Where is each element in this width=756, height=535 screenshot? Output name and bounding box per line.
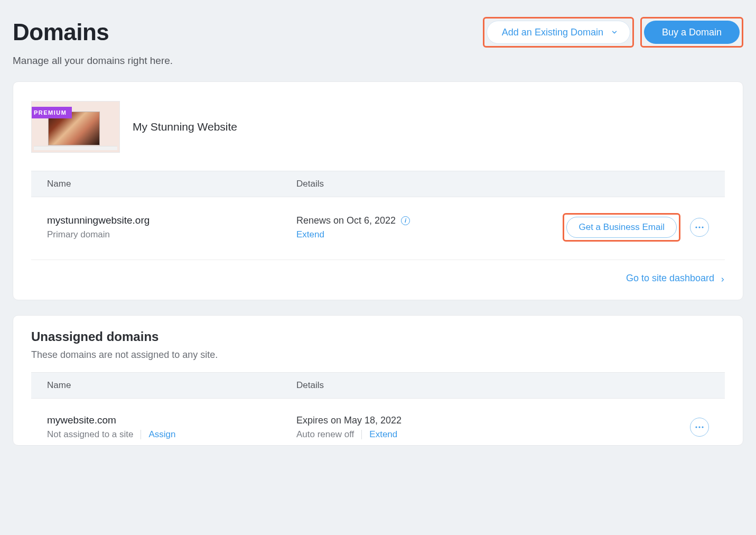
page-title: Domains: [13, 19, 173, 45]
more-actions-button[interactable]: [690, 418, 709, 437]
svg-point-2: [702, 226, 703, 228]
add-existing-domain-button[interactable]: Add an Existing Domain: [487, 21, 630, 44]
svg-point-3: [695, 426, 697, 428]
column-details: Details: [296, 380, 709, 391]
go-to-dashboard-link[interactable]: Go to site dashboard: [626, 273, 725, 284]
highlight-add-existing: Add an Existing Domain: [483, 17, 634, 48]
unassigned-subtitle: These domains are not assigned to any si…: [13, 344, 743, 361]
unassigned-table-header: Name Details: [31, 372, 725, 399]
extend-link[interactable]: Extend: [296, 229, 324, 240]
buy-domain-button[interactable]: Buy a Domain: [644, 21, 740, 44]
go-to-dashboard-label: Go to site dashboard: [626, 273, 714, 284]
info-icon[interactable]: i: [401, 216, 410, 225]
divider: [141, 430, 141, 439]
site-name: My Stunning Website: [133, 121, 237, 133]
highlight-business-email: Get a Business Email: [563, 213, 680, 242]
extend-link[interactable]: Extend: [369, 429, 397, 440]
domains-table-header: Name Details: [31, 171, 725, 197]
domain-sub-label: Not assigned to a site: [47, 429, 133, 440]
site-thumbnail: PREMIUM: [31, 101, 120, 153]
unassigned-title: Unassigned domains: [13, 316, 743, 344]
table-row: mystunningwebsite.org Primary domain Ren…: [31, 197, 725, 260]
divider: [361, 430, 362, 439]
svg-point-0: [695, 226, 697, 228]
svg-point-5: [702, 426, 703, 428]
svg-point-4: [698, 426, 700, 428]
column-name: Name: [47, 380, 296, 391]
table-row: mywebsite.com Not assigned to a site Ass…: [31, 399, 725, 445]
ellipsis-icon: [695, 426, 704, 429]
page-subtitle: Manage all your domains right here.: [13, 55, 173, 67]
column-name: Name: [47, 179, 296, 189]
premium-badge: PREMIUM: [31, 107, 72, 118]
assign-link[interactable]: Assign: [148, 429, 175, 440]
buy-domain-label: Buy a Domain: [662, 27, 722, 38]
get-business-email-button[interactable]: Get a Business Email: [566, 217, 677, 238]
svg-point-1: [698, 226, 700, 228]
get-business-email-label: Get a Business Email: [578, 222, 665, 233]
domain-name: mywebsite.com: [47, 414, 296, 426]
more-actions-button[interactable]: [690, 218, 709, 237]
highlight-buy-domain: Buy a Domain: [640, 17, 743, 48]
unassigned-card: Unassigned domains These domains are not…: [13, 315, 743, 446]
chevron-right-icon: [720, 275, 725, 282]
column-details: Details: [296, 179, 709, 189]
site-card: PREMIUM My Stunning Website Name Details…: [13, 81, 743, 300]
domain-renews-text: Renews on Oct 6, 2022: [296, 215, 396, 226]
chevron-down-icon: [611, 29, 618, 36]
add-existing-domain-label: Add an Existing Domain: [502, 27, 603, 38]
domain-expires-text: Expires on May 18, 2022: [296, 415, 402, 426]
ellipsis-icon: [695, 226, 704, 229]
domain-sub-label: Primary domain: [47, 229, 296, 240]
domain-name: mystunningwebsite.org: [47, 215, 296, 226]
auto-renew-text: Auto renew off: [296, 429, 354, 440]
